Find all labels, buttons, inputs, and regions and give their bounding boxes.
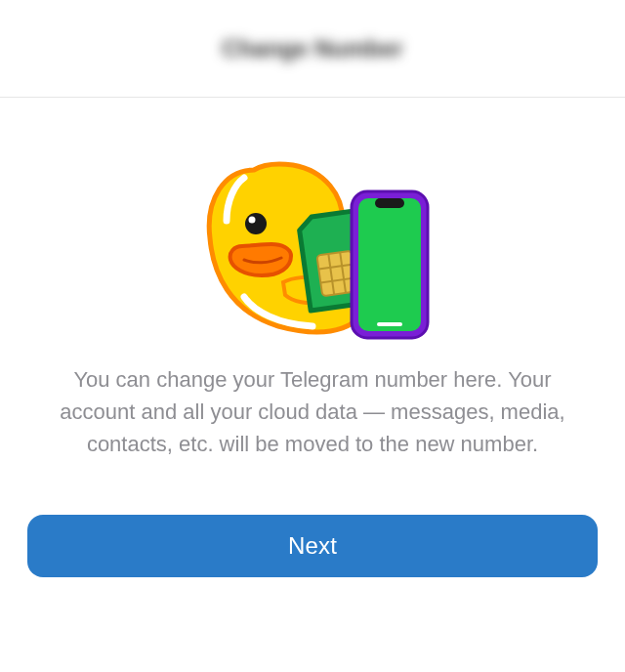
- next-button[interactable]: Next: [27, 515, 598, 577]
- duck-sim-phone-illustration: [186, 131, 439, 346]
- page-title: Change Number: [222, 35, 402, 63]
- main-content: You can change your Telegram number here…: [0, 98, 625, 577]
- svg-rect-9: [375, 198, 404, 208]
- svg-point-1: [249, 217, 256, 224]
- svg-rect-8: [358, 198, 421, 331]
- svg-rect-10: [377, 322, 402, 326]
- header: Change Number: [0, 0, 625, 98]
- description-text: You can change your Telegram number here…: [27, 363, 598, 460]
- svg-point-0: [245, 213, 267, 234]
